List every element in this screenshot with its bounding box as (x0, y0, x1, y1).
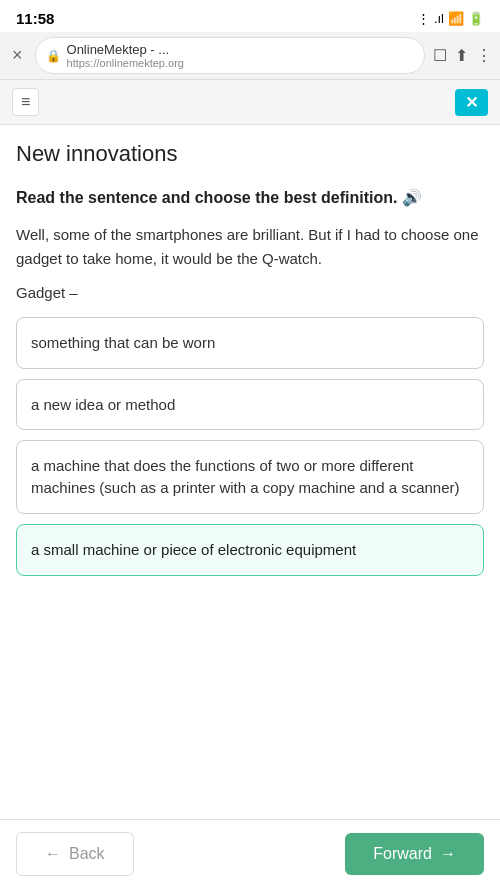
page-title: New innovations (16, 141, 484, 167)
close-button[interactable]: ✕ (455, 89, 488, 116)
status-time: 11:58 (16, 10, 54, 27)
lock-icon: 🔒 (46, 49, 61, 63)
network-icon: .ıl (434, 11, 444, 26)
browser-title: OnlineMektep - ... (67, 42, 184, 57)
url-box[interactable]: 🔒 OnlineMektep - ... https://onlinemekte… (35, 37, 425, 74)
status-icons: ⋮ .ıl 📶 🔋 (417, 11, 484, 26)
passage-text: Well, some of the smartphones are brilli… (16, 223, 484, 270)
back-label: Back (69, 845, 105, 863)
option-1[interactable]: something that can be worn (16, 317, 484, 369)
option-4[interactable]: a small machine or piece of electronic e… (16, 524, 484, 576)
forward-arrow-icon (440, 845, 456, 863)
options-list: something that can be worn a new idea or… (16, 317, 484, 576)
forward-label: Forward (373, 845, 432, 863)
signal-icon: ⋮ (417, 11, 430, 26)
browser-actions: ☐ ⬆ ⋮ (433, 46, 492, 65)
browser-close-button[interactable]: × (8, 41, 27, 70)
status-bar: 11:58 ⋮ .ıl 📶 🔋 (0, 0, 500, 32)
back-button[interactable]: Back (16, 832, 134, 876)
option-3[interactable]: a machine that does the functions of two… (16, 440, 484, 514)
more-icon[interactable]: ⋮ (476, 46, 492, 65)
sound-icon[interactable]: 🔊 (402, 189, 422, 206)
top-toolbar: ≡ ✕ (0, 80, 500, 125)
definition-label: Gadget – (16, 284, 484, 301)
instruction-text: Read the sentence and choose the best de… (16, 187, 484, 209)
menu-button[interactable]: ≡ (12, 88, 39, 116)
browser-bar: × 🔒 OnlineMektep - ... https://onlinemek… (0, 32, 500, 80)
bottom-navigation: Back Forward (0, 819, 500, 888)
main-content: New innovations Read the sentence and ch… (0, 125, 500, 576)
option-2[interactable]: a new idea or method (16, 379, 484, 431)
bookmark-icon[interactable]: ☐ (433, 46, 447, 65)
browser-url: https://onlinemektep.org (67, 57, 184, 69)
share-icon[interactable]: ⬆ (455, 46, 468, 65)
wifi-icon: 📶 (448, 11, 464, 26)
forward-button[interactable]: Forward (345, 833, 484, 875)
battery-icon: 🔋 (468, 11, 484, 26)
back-arrow-icon (45, 845, 61, 863)
